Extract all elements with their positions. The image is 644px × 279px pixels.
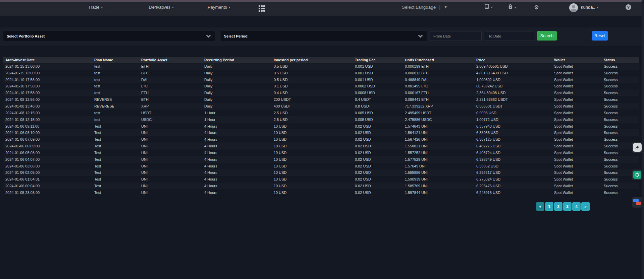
table-cell: 10 USD [272, 176, 353, 183]
table-cell: 4 Hours [202, 143, 272, 149]
table-cell: Test [92, 136, 139, 143]
table-cell: Spot Wallet [552, 176, 602, 183]
security-lock-button[interactable]: ▾ [507, 0, 516, 14]
pagination-page-3-button[interactable]: 3 [563, 202, 572, 211]
table-cell: LTC [139, 83, 202, 90]
table-cell: Spot Wallet [552, 110, 602, 116]
help-icon[interactable]: ? [626, 4, 631, 10]
table-row: 2024-01-06 09:11:00TestUNI4 Hours10 USD0… [3, 123, 639, 130]
chatgpt-extension-button[interactable] [632, 169, 643, 180]
table-cell: Success [602, 129, 639, 136]
table-cell: 10 USD [272, 129, 353, 136]
table-cell: 6.292617 USD [474, 169, 552, 176]
table-row: 2024-01-06 01:04:01TestUNI4 Hours10 USD0… [3, 176, 639, 183]
table-cell: test [92, 70, 139, 76]
table-cell: Spot Wallet [552, 96, 602, 103]
table-cell: 0.02 USD [353, 176, 403, 183]
language-label: Select Language [402, 5, 436, 10]
table-cell: Spot Wallet [552, 63, 602, 70]
table-cell: ETH [139, 89, 202, 96]
table-cell: 66.769242 USD [474, 83, 552, 90]
table-cell: 6.293476 USD [474, 183, 552, 189]
nav-menu-trade[interactable]: Trade ▾ [88, 0, 103, 14]
table-cell: 2024-01-06 04:07:00 [3, 156, 92, 163]
table-cell: 0.001495 LTC [403, 83, 474, 90]
table-cell: 0.4 USDT [353, 96, 403, 103]
table-cell: 4 Hours [202, 163, 272, 169]
table-cell: 2024-01-06 09:11:00 [3, 123, 92, 130]
table-cell: Spot Wallet [552, 103, 602, 110]
period-select[interactable]: Select Period [221, 31, 427, 41]
to-date-input[interactable] [485, 31, 534, 41]
table-row: 2024-01-15 13:00:00testBTCDaily0.5 USD0.… [3, 70, 639, 76]
settings-gear-icon[interactable]: ⚙ [534, 4, 539, 11]
pagination-prev-button[interactable]: « [536, 202, 544, 211]
table-cell: Success [602, 136, 639, 143]
orders-book-button[interactable]: ▾ [484, 0, 493, 14]
chat-bubbles-extension-button[interactable] [632, 197, 643, 208]
table-cell: Daily [202, 76, 272, 83]
table-cell: Success [602, 96, 639, 103]
table-cell: 0.000167 ETH [403, 89, 474, 96]
language-selector[interactable]: Select Language | ▼ [402, 0, 447, 14]
table-cell: 1.57649 UNI [403, 163, 474, 169]
nav-menu-derivatives[interactable]: Derivatives ▾ [149, 0, 174, 14]
table-cell: 0.001 USD [353, 63, 403, 70]
table-cell: Spot Wallet [552, 183, 602, 189]
table-cell: 1.567426 UNI [403, 136, 474, 143]
table-row: 2024-01-10 17:58:00testETHDaily0.4 USD0.… [3, 89, 639, 96]
pagination-page-2-button[interactable]: 2 [554, 202, 562, 211]
user-avatar[interactable] [569, 3, 578, 12]
chatgpt-icon [633, 171, 641, 179]
apps-grid-icon[interactable] [259, 5, 265, 12]
pagination-page-1-button[interactable]: 1 [545, 202, 553, 211]
portfolio-asset-select[interactable]: Select Portfolio Asset [3, 31, 215, 41]
table-cell: 10 USD [272, 123, 353, 130]
table-row: 2024-01-15 13:00:00testETHDaily0.5 USD0.… [3, 63, 639, 70]
table-cell: 2024-01-10 17:58:00 [3, 89, 92, 96]
table-cell: 2,509.405501 USD [474, 63, 552, 70]
table-cell: Spot Wallet [552, 70, 602, 76]
table-cell: 4 Hours [202, 129, 272, 136]
vertical-scrollbar[interactable] [642, 0, 644, 279]
table-cell: 1 Hour [202, 116, 272, 123]
table-cell: Daily [202, 70, 272, 76]
table-cell: 0.02 USD [353, 183, 403, 189]
table-cell: test [92, 76, 139, 83]
table-cell: 1.597844 UNI [403, 189, 474, 196]
table-cell: UNI [139, 123, 202, 130]
search-button[interactable]: Search [537, 31, 557, 41]
col-wallet: Wallet [552, 57, 602, 63]
period-select-value: Select Period [224, 34, 248, 38]
nav-menu-payments[interactable]: Payments ▾ [208, 0, 230, 14]
reset-button[interactable]: Reset [592, 31, 608, 41]
table-cell: Success [602, 116, 639, 123]
table-cell: 6.33052 USD [474, 163, 552, 169]
table-cell: Test [92, 189, 139, 196]
table-cell: 0.0002 USD [353, 83, 403, 90]
user-menu[interactable]: kunda.. ▾ [581, 0, 598, 14]
table-cell: 2024-01-06 00:04:00 [3, 183, 92, 189]
pagination-next-button[interactable]: » [581, 202, 590, 211]
table-cell: 2.5 USD [272, 116, 353, 123]
table-row: 2024-01-06 00:04:00TestUNI4 Hours10 USD0… [3, 183, 639, 189]
table-cell: 2024-01-06 08:10:00 [3, 129, 92, 136]
table-cell: 0.5 USD [272, 70, 353, 76]
table-cell: 2024-01-06 07:09:00 [3, 136, 92, 143]
share-arrow-icon [633, 143, 642, 152]
chevron-down-icon: ▾ [101, 6, 103, 9]
share-extension-button[interactable] [632, 142, 643, 153]
table-header: Auto-Invest Date Plan Name Portfolio Ass… [3, 57, 639, 63]
from-date-input[interactable] [430, 31, 482, 41]
table-cell: 0.5 USD [272, 63, 353, 70]
table-cell: UNI [139, 129, 202, 136]
col-portfolio-asset: Portfolio Asset [139, 57, 202, 63]
col-recurring-period: Recurring Period [202, 57, 272, 63]
table-cell: 4 Hours [202, 149, 272, 156]
table-cell: 2024-01-08 13:56:00 [3, 96, 92, 103]
table-cell: 4 Hours [202, 169, 272, 176]
pagination-page-4-button[interactable]: 4 [572, 202, 581, 211]
table-cell: USDC [139, 116, 202, 123]
table-cell: 6.367125 USD [474, 136, 552, 143]
col-status: Status [602, 57, 639, 63]
